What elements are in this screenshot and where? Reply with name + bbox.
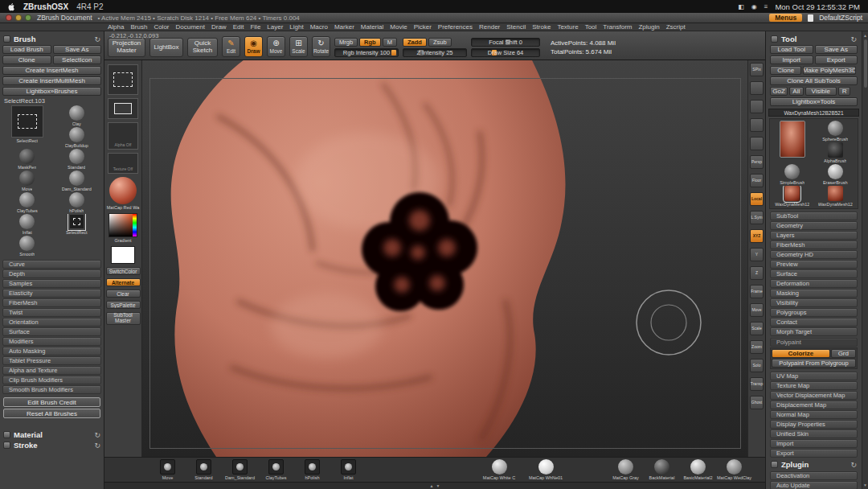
scroll-up-icon[interactable]: ▲	[863, 33, 867, 38]
shelf-icon[interactable]	[750, 137, 764, 150]
subpalette-bar[interactable]: Contact	[770, 318, 858, 327]
menus-button[interactable]: Menus	[769, 14, 802, 22]
tool-action-button[interactable]: All	[789, 87, 804, 96]
3d-viewport-model[interactable]	[142, 60, 747, 457]
subpalette-bar[interactable]: Auto Masking	[2, 347, 101, 355]
palette-menu-item[interactable]: Stroke	[532, 23, 551, 31]
subpalette-bar[interactable]: Export	[770, 449, 858, 458]
rotate-mode-button[interactable]: ↻ Rotate	[312, 36, 330, 57]
move-mode-button[interactable]: ⊕ Move	[267, 36, 285, 57]
active-brush-thumbnail[interactable]: SelectRect	[3, 105, 51, 148]
color-gradient-icon[interactable]	[108, 213, 137, 237]
scroll-down-icon[interactable]: ▼	[436, 483, 440, 488]
polypaint-header[interactable]: Polypaint	[770, 338, 858, 347]
palette-menu-item[interactable]: Movie	[390, 23, 407, 31]
palette-menu-item[interactable]: File	[250, 23, 260, 31]
subpalette-bar[interactable]: Tablet Pressure	[2, 356, 101, 365]
subpalette-bar[interactable]: Auto Update	[770, 481, 858, 489]
palette-menu-item[interactable]: Light	[289, 23, 303, 31]
bottom-brush-thumb[interactable]: Move	[149, 459, 186, 480]
scrollbar-thumb[interactable]	[864, 39, 867, 88]
active-tool-thumbnail[interactable]	[772, 121, 813, 163]
bottom-brush-thumb[interactable]: Inflat	[330, 459, 366, 480]
palette-menu-item[interactable]: Edit	[233, 23, 244, 31]
shelf-icon[interactable]: Ghost	[750, 396, 764, 409]
shelf-icon[interactable]	[750, 81, 764, 95]
shelf-icon[interactable]: Y	[750, 248, 764, 261]
subpalette-bar[interactable]: Curve	[2, 260, 101, 269]
menubar-clock[interactable]: Mon Oct 29 12:55:32 PM	[775, 2, 860, 11]
edit-brush-credit-button[interactable]: Edit Brush Credit	[3, 397, 100, 407]
shelf-icon[interactable]: Zoom	[750, 340, 764, 354]
bottom-material-thumb[interactable]: MatCap WedClay	[716, 459, 752, 480]
zadd-button[interactable]: Zadd	[403, 38, 427, 47]
brush-thumbnail[interactable]: Standard	[53, 149, 101, 170]
colorize-button[interactable]: Colorize	[772, 349, 830, 358]
brush-thumbnail[interactable]: SelectRect	[53, 214, 101, 235]
subpalette-bar[interactable]: Display Properties	[770, 420, 858, 429]
scale-mode-button[interactable]: ⊞ Scale	[289, 36, 308, 57]
subpalette-bar[interactable]: Layers	[770, 231, 858, 240]
tool-action-button[interactable]: Lightbox»Tools	[770, 97, 858, 106]
palette-menu-item[interactable]: Stencil	[506, 23, 526, 31]
subpalette-bar[interactable]: FiberMesh	[770, 240, 858, 249]
subpalette-bar[interactable]: Morph Target	[770, 327, 858, 336]
brush-thumbnail[interactable]: hPolish	[53, 192, 101, 213]
document-canvas[interactable]	[142, 60, 747, 457]
subpalette-bar[interactable]: Modifiers	[2, 337, 101, 346]
tool-thumbnail[interactable]: WaxDynaMesh12	[772, 186, 813, 207]
subtool-master-button[interactable]: SubTool Master	[106, 312, 141, 325]
tool-action-button[interactable]: Clone	[770, 66, 801, 75]
bottom-material-thumb[interactable]: MatCap White C	[476, 459, 522, 480]
mac-app-name[interactable]: ZBrushOSX	[23, 2, 68, 11]
draw-mode-button[interactable]: ◉ Draw	[244, 36, 263, 57]
subpalette-bar[interactable]: Masking	[770, 289, 858, 298]
subpalette-bar[interactable]: SubTool	[770, 212, 858, 220]
shelf-icon[interactable]: Z	[750, 266, 764, 280]
hue-strip[interactable]	[133, 214, 137, 236]
palette-menu-item[interactable]: Picker	[414, 23, 432, 31]
brush-action-button[interactable]: Lightbox»Brushes	[2, 87, 101, 96]
brush-action-button[interactable]: Create InsertMesh	[2, 66, 101, 75]
menubar-display-icon[interactable]: ◧	[738, 3, 744, 10]
subpalette-bar[interactable]: Deformation	[770, 279, 858, 288]
grd-button[interactable]: Grd	[831, 349, 856, 358]
subpalette-bar[interactable]: Orientation	[2, 318, 101, 327]
rgb-intensity-slider[interactable]: Rgb Intensity 100	[334, 48, 399, 57]
subpalette-bar[interactable]: Elasticity	[2, 289, 101, 298]
subpalette-bar[interactable]: Clip Brush Modifiers	[2, 376, 101, 384]
detach-palette-icon[interactable]: ↻	[94, 35, 100, 43]
alternate-button[interactable]: Alternate	[106, 278, 141, 286]
subpalette-bar[interactable]: Geometry HD	[770, 250, 858, 259]
subpalette-bar[interactable]: Normal Map	[770, 410, 858, 419]
palette-menu-item[interactable]: Draw	[211, 23, 227, 31]
shelf-icon[interactable]: Transp	[750, 377, 764, 391]
edit-mode-button[interactable]: ✎ Edit	[222, 36, 240, 57]
brush-action-button[interactable]: Clone	[2, 55, 51, 64]
bottom-material-thumb[interactable]: BackMaterial	[644, 459, 680, 480]
palette-menu-item[interactable]: Tool	[585, 23, 597, 31]
palette-menu-item[interactable]: Preferences	[438, 23, 473, 31]
subpalette-bar[interactable]: Surface	[2, 327, 101, 336]
zscript-name[interactable]: DefaultZScript	[819, 14, 862, 22]
z-intensity-slider[interactable]: Z Intensity 25	[403, 48, 467, 57]
draw-size-slider[interactable]: Draw Size 64	[471, 48, 540, 57]
tool-thumbnail[interactable]: SimpleBrush	[772, 164, 813, 185]
subpalette-bar[interactable]: Twist	[2, 308, 101, 317]
shelf-icon[interactable]	[750, 118, 764, 132]
tool-action-button[interactable]: R	[838, 87, 850, 96]
tool-action-button[interactable]: Load Tool	[770, 45, 813, 54]
mrgb-button[interactable]: Mrgb	[334, 38, 358, 47]
brush-thumbnail[interactable]: Inflat	[3, 214, 51, 235]
detach-palette-icon[interactable]: ↻	[850, 461, 857, 469]
brush-thumbnail[interactable]: Move	[3, 171, 51, 191]
tool-action-button[interactable]: Export	[815, 55, 858, 64]
reset-all-brushes-button[interactable]: Reset All Brushes	[3, 409, 100, 418]
m-button[interactable]: M	[383, 38, 397, 47]
brush-thumbnail[interactable]: Clay	[53, 105, 101, 126]
detach-palette-icon[interactable]: ↻	[850, 35, 857, 43]
subpalette-bar[interactable]: Polygroups	[770, 308, 858, 317]
detach-palette-icon[interactable]: ↻	[94, 442, 100, 450]
tool-action-button[interactable]: Make PolyMesh3D	[803, 66, 856, 75]
palette-menu-item[interactable]: Render	[479, 23, 500, 31]
